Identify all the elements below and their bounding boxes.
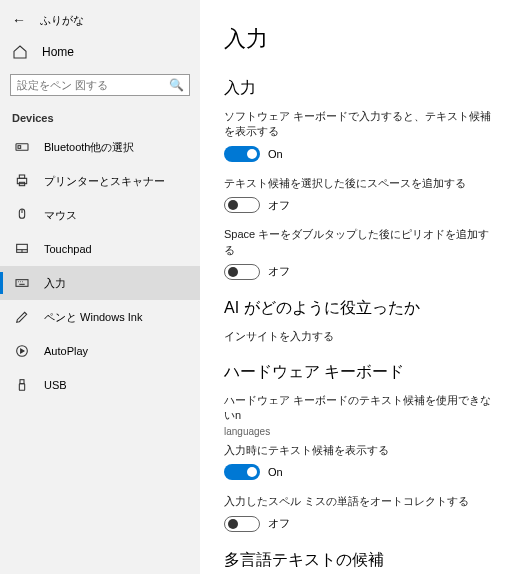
setting-sublabel: languages <box>224 426 500 437</box>
search-icon[interactable]: 🔍 <box>169 78 184 92</box>
svg-rect-1 <box>18 146 21 149</box>
toggle-autocorrect[interactable] <box>224 516 260 532</box>
home-row[interactable]: Home <box>0 36 200 68</box>
svg-rect-16 <box>20 380 24 384</box>
toggle-state: オフ <box>268 198 290 213</box>
sidebar-item-label: マウス <box>44 208 77 223</box>
printer-icon <box>14 173 30 189</box>
toggle-period[interactable] <box>224 264 260 280</box>
toggle-state: On <box>268 466 283 478</box>
usb-icon <box>14 377 30 393</box>
sidebar-item-label: Bluetooth他の選択 <box>44 140 134 155</box>
toggle-state: On <box>268 148 283 160</box>
search-wrap: 🔍 <box>10 74 190 96</box>
sidebar-item-touchpad[interactable]: Touchpad <box>0 232 200 266</box>
sidebar-item-autoplay[interactable]: AutoPlay <box>0 334 200 368</box>
touchpad-icon <box>14 241 30 257</box>
toggle-row: On <box>224 146 500 162</box>
sidebar-item-bluetooth[interactable]: Bluetooth他の選択 <box>0 130 200 164</box>
sidebar-item-label: Touchpad <box>44 243 92 255</box>
insights-link[interactable]: インサイトを入力する <box>224 329 500 344</box>
sidebar-item-label: プリンターとスキャナー <box>44 174 165 189</box>
section-ai-title: AI がどのように役立ったか <box>224 298 500 319</box>
setting-label: テキスト候補を選択した後にスペースを追加する <box>224 176 500 191</box>
toggle-row: オフ <box>224 264 500 280</box>
setting-label: ハードウェア キーボードのテキスト候補を使用できないn <box>224 393 500 424</box>
svg-rect-17 <box>19 384 24 391</box>
mouse-icon <box>14 207 30 223</box>
sidebar: ← ふりがな Home 🔍 Devices Bluetooth他の選択 プリンタ… <box>0 0 200 574</box>
section-hw-title: ハードウェア キーボード <box>224 362 500 383</box>
sidebar-item-typing[interactable]: 入力 <box>0 266 200 300</box>
toggle-softkbd-suggestions[interactable] <box>224 146 260 162</box>
section-multi-title: 多言語テキストの候補 <box>224 550 500 571</box>
svg-rect-10 <box>16 280 28 287</box>
sidebar-item-printers[interactable]: プリンターとスキャナー <box>0 164 200 198</box>
setting-label: 入力したスペル ミスの単語をオートコレクトする <box>224 494 500 509</box>
toggle-state: オフ <box>268 264 290 279</box>
home-icon <box>12 44 28 60</box>
toggle-row: オフ <box>224 516 500 532</box>
svg-rect-3 <box>19 175 24 178</box>
toggle-add-space[interactable] <box>224 197 260 213</box>
back-icon[interactable]: ← <box>12 12 26 28</box>
sidebar-item-label: USB <box>44 379 67 391</box>
pen-icon <box>14 309 30 325</box>
section-typing-title: 入力 <box>224 78 500 99</box>
search-input[interactable] <box>10 74 190 96</box>
toggle-hw-suggestions[interactable] <box>224 464 260 480</box>
setting-label: 入力時にテキスト候補を表示する <box>224 443 500 458</box>
autoplay-icon <box>14 343 30 359</box>
sidebar-item-label: 入力 <box>44 276 66 291</box>
setting-label: ソフトウェア キーボードで入力すると、テキスト候補を表示する <box>224 109 500 140</box>
top-row: ← ふりがな <box>0 8 200 36</box>
main-content: 入力 入力 ソフトウェア キーボードで入力すると、テキスト候補を表示する On … <box>200 0 520 574</box>
sidebar-item-pen[interactable]: ペンと Windows Ink <box>0 300 200 334</box>
home-label: Home <box>42 45 74 59</box>
sidebar-item-mouse[interactable]: マウス <box>0 198 200 232</box>
keyboard-icon <box>14 275 30 291</box>
toggle-row: オフ <box>224 197 500 213</box>
setting-label: Space キーをダブルタップした後にピリオドを追加する <box>224 227 500 258</box>
sidebar-item-usb[interactable]: USB <box>0 368 200 402</box>
svg-rect-2 <box>17 178 26 183</box>
bluetooth-icon <box>14 139 30 155</box>
page-title: 入力 <box>224 24 500 54</box>
toggle-state: オフ <box>268 516 290 531</box>
toggle-row: On <box>224 464 500 480</box>
furigana-label: ふりがな <box>40 13 84 28</box>
sidebar-item-label: ペンと Windows Ink <box>44 310 142 325</box>
sidebar-item-label: AutoPlay <box>44 345 88 357</box>
group-label: Devices <box>0 108 200 130</box>
